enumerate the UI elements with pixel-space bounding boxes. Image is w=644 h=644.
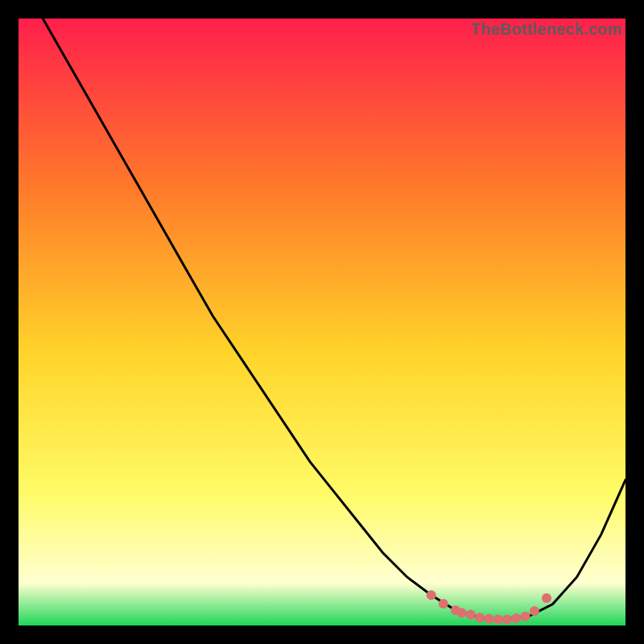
marker-dot	[456, 608, 466, 617]
marker-dot	[466, 609, 476, 619]
marker-dot	[439, 599, 448, 609]
watermark-text: TheBottleneck.com	[471, 20, 622, 39]
bottleneck-chart-svg	[19, 19, 625, 625]
marker-dot	[475, 613, 485, 622]
marker-dot	[530, 606, 539, 616]
marker-dot	[427, 590, 436, 600]
marker-dot	[521, 612, 530, 621]
marker-dot	[502, 615, 512, 625]
marker-dot	[511, 613, 521, 623]
marker-dot	[484, 614, 493, 624]
marker-dot	[542, 593, 551, 603]
gradient-background	[19, 19, 625, 625]
chart-frame: TheBottleneck.com	[19, 19, 625, 625]
marker-dot	[493, 615, 503, 625]
